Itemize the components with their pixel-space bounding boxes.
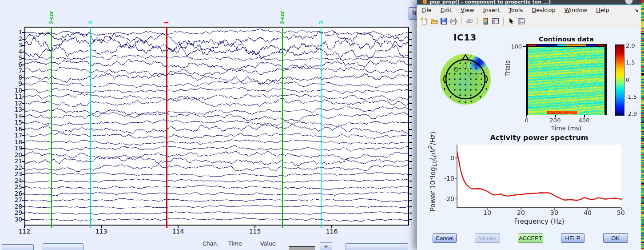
axis-tick-left <box>22 90 24 91</box>
time-tick-label: 115 <box>249 228 261 235</box>
axis-tick-left <box>22 161 24 162</box>
axis-tick-right <box>409 84 412 85</box>
footer-partial-button-1[interactable] <box>2 244 34 250</box>
values-button[interactable]: Values <box>475 233 500 243</box>
axis-tick-right <box>409 122 412 123</box>
spectrum-plot <box>453 143 628 213</box>
spectrum-xlabel: Frequency (Hz) <box>457 218 621 226</box>
footer-partial-button-2[interactable] <box>43 243 83 250</box>
component-properties-window: pop_prop() - component to propertie (on … <box>417 0 644 250</box>
colorbar-tick-label: -1.5 <box>626 93 637 100</box>
menu-item-view[interactable]: View <box>461 7 474 13</box>
axis-tick-left <box>22 39 24 40</box>
axis-tick-left <box>22 103 24 104</box>
event-label: 3 <box>318 21 324 24</box>
erp-xtick-label: 400 <box>579 117 590 124</box>
open-folder-icon[interactable] <box>430 17 438 25</box>
event-line-3 <box>90 27 91 228</box>
footer-time-label: Time <box>228 240 242 247</box>
menu-item-file[interactable]: File <box>422 7 432 13</box>
axis-tick-right <box>409 142 412 143</box>
axis-tick-right <box>409 187 412 188</box>
axis-tick-right <box>409 116 412 117</box>
time-tick-mark <box>254 226 255 228</box>
axis-tick-right <box>409 148 412 149</box>
axis-tick-left <box>22 58 24 59</box>
accept-button[interactable]: ACCEPT <box>518 233 543 243</box>
menu-item-help[interactable]: Help <box>596 7 609 13</box>
menu-item-insert[interactable]: Insert <box>483 7 500 13</box>
ok-button[interactable]: OK <box>603 233 628 243</box>
erp-ytick-mark <box>523 46 526 47</box>
axis-tick-left <box>22 71 24 72</box>
axis-tick-right <box>409 181 412 181</box>
axis-tick-left <box>22 77 24 78</box>
axis-tick-left <box>22 219 24 220</box>
axis-tick-right <box>409 161 412 162</box>
axis-tick-right <box>409 90 412 91</box>
event-label: 2-cor <box>279 11 286 24</box>
cancel-button[interactable]: Cancel <box>433 233 457 243</box>
save-icon[interactable] <box>440 17 448 25</box>
new-file-icon[interactable] <box>421 17 428 25</box>
axis-tick-right <box>409 45 412 46</box>
axis-tick-right <box>409 58 412 59</box>
footer-partial-button-right[interactable] <box>346 243 408 250</box>
eeg-traces-canvas <box>25 28 408 225</box>
link-plot-icon[interactable] <box>466 17 473 25</box>
time-tick-label: 114 <box>172 228 184 235</box>
toolbar <box>417 15 644 27</box>
axis-tick-left <box>22 122 24 123</box>
dock-figure-arrow-icon[interactable]: ↘ <box>634 7 639 13</box>
axis-tick-right <box>409 97 412 97</box>
menu-item-tools[interactable]: Tools <box>509 7 523 13</box>
colormap-icon[interactable] <box>482 17 489 25</box>
eeg-plot-area[interactable] <box>24 27 409 226</box>
event-line-3 <box>321 27 322 228</box>
window-titlebar[interactable]: pop_prop() - component to propertie (on … <box>417 0 644 5</box>
property-inspector-icon[interactable] <box>517 17 525 25</box>
axis-tick-right <box>409 213 412 214</box>
axis-tick-right <box>409 109 412 110</box>
erp-ytick-label: 100 <box>509 43 522 50</box>
time-tick-mark <box>178 226 179 228</box>
axis-tick-right <box>409 219 412 220</box>
axis-tick-right <box>409 168 412 169</box>
erp-xlabel: Time (ms) <box>526 125 606 132</box>
event-line-2-cor <box>51 27 52 228</box>
menu-item-edit[interactable]: Edit <box>441 7 452 13</box>
background-window-sliver <box>641 0 644 250</box>
print-icon[interactable] <box>450 17 457 25</box>
axis-tick-right <box>409 194 412 194</box>
axis-tick-left <box>22 45 24 46</box>
axis-tick-left <box>22 142 24 143</box>
value-display-box[interactable] <box>289 246 315 250</box>
insert-legend-icon[interactable] <box>492 17 499 25</box>
window-control-icon[interactable] <box>625 0 633 4</box>
event-label: 1 <box>163 21 170 24</box>
erp-xtick-label: 200 <box>550 117 561 124</box>
axis-tick-left <box>22 148 24 149</box>
scale-plus-button[interactable]: + <box>320 242 332 250</box>
axis-tick-left <box>22 109 24 110</box>
axis-tick-left <box>22 187 24 188</box>
plot-edit-cursor-icon[interactable] <box>508 17 515 25</box>
time-tick-mark <box>331 226 332 228</box>
spectrum-xtick-label: 30 <box>550 209 558 216</box>
colorbar <box>615 44 624 116</box>
axis-tick-left <box>22 194 24 194</box>
axis-tick-left <box>22 181 24 181</box>
help-button[interactable]: HELP <box>561 233 584 243</box>
time-tick-label: 112 <box>19 228 31 235</box>
colorbar-tick-label: 1.5 <box>626 59 635 66</box>
axis-tick-left <box>22 97 24 97</box>
spectrum-ytick-label: 0 <box>435 154 454 161</box>
axis-tick-right <box>409 155 412 156</box>
axis-tick-left <box>22 52 24 52</box>
menu-item-window[interactable]: Window <box>564 7 587 13</box>
toolbar-separator <box>461 17 462 25</box>
menu-item-desktop[interactable]: Desktop <box>532 7 556 13</box>
event-marker-labels: 2-cor312-cor3 <box>0 0 417 26</box>
axis-tick-right <box>409 129 412 130</box>
erp-ylabel: Trials <box>504 60 511 76</box>
